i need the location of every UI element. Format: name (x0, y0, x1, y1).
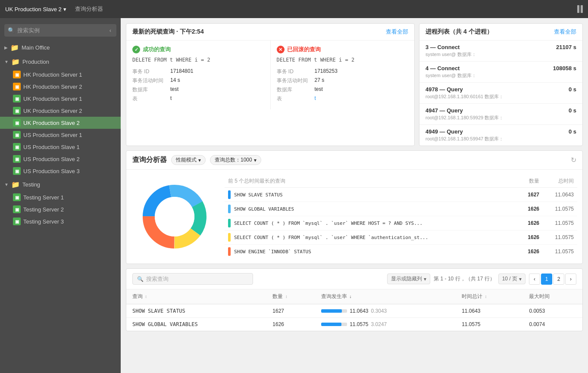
sidebar-item-us-slave3[interactable]: ▣ US Production Slave 3 (0, 165, 121, 177)
mode-badge[interactable]: 性能模式 ▾ (171, 155, 206, 165)
sidebar-item-us1[interactable]: ▣ US Production Server 1 (0, 129, 121, 141)
folder-icon: 📁 (11, 58, 20, 66)
per-page-selector[interactable]: 10 / 页 ▾ (498, 274, 525, 284)
group-label: Production (22, 59, 49, 65)
top-query-row: SELECT COUNT ( * ) FROM `mysql` . `user`… (225, 230, 577, 245)
pagination-controls: 显示或隐藏列 ▾ 第 1 - 10 行，（共 17 行） 10 / 页 ▾ ‹ … (387, 274, 576, 285)
item-label: Testing Server 3 (23, 218, 64, 225)
query-name: SELECT COUNT ( * ) FROM `mysql` . `user`… (234, 221, 505, 226)
sort-icon-active: ↓ (349, 294, 351, 299)
server-icon-green: ▣ (13, 107, 21, 115)
sidebar-item-uk2[interactable]: ▣ UK Production Server 2 (0, 105, 121, 117)
count-label: 查询总数：1000 (215, 156, 252, 164)
col-count[interactable]: 数量 ↕ (266, 289, 315, 304)
sidebar-item-hk2[interactable]: ▣ HK Production Server 2 (0, 81, 121, 93)
analyzer-header: 查询分析器 性能模式 ▾ 查询总数：1000 ▾ ↻ (126, 151, 582, 170)
deadlock-title: 最新的死锁查询 · 下午2:54 (132, 28, 204, 36)
query-maxtime: 0.0074 (523, 318, 582, 331)
sidebar-item-main-office[interactable]: ▶ 📁 Main Office (0, 41, 121, 54)
chevron-right-icon: ▶ (4, 45, 8, 50)
server-icon-green: ▣ (13, 95, 21, 103)
count-badge[interactable]: 查询总数：1000 ▾ (210, 155, 261, 165)
page-1-button[interactable]: 1 (541, 274, 552, 285)
server-selector[interactable]: UK Production Slave 2 ▾ (5, 6, 66, 12)
item-label: HK Production Server 1 (23, 71, 82, 78)
app-title: 查询分析器 (75, 5, 103, 13)
deadlock-card: 最新的死锁查询 · 下午2:54 查看全部 ✓ 成功的查询 DELETE FRO… (126, 23, 415, 146)
db-label: 数据库 (132, 86, 167, 93)
sidebar-group-production: ▼ 📁 Production ▣ HK Production Server 1 … (0, 55, 121, 177)
process-id: 3 — Connect (425, 44, 476, 50)
query-time: 11.0575 (539, 234, 574, 240)
query-time: 11.0575 (539, 206, 574, 212)
item-label: US Production Server 1 (23, 132, 82, 138)
pause-button[interactable] (577, 5, 583, 13)
query-text: SHOW GLOBAL VARIABLES (126, 318, 266, 331)
server-icon-green: ▣ (13, 131, 21, 139)
process-item: 4947 — Query root@192.168.1.180:59929 数据… (419, 104, 582, 125)
query-name: SHOW ENGINE `INNODB` STATUS (234, 249, 505, 255)
chevron-down-icon: ▼ (4, 182, 9, 187)
folder-icon: 📁 (10, 44, 19, 52)
sidebar-item-test3[interactable]: ▣ Testing Server 3 (0, 215, 121, 227)
show-cols-arrow: ▾ (424, 276, 426, 282)
sidebar-item-hk1[interactable]: ▣ HK Production Server 1 (0, 68, 121, 81)
ftable-value[interactable]: t (315, 95, 316, 103)
process-item: 4978 — Query root@192.168.1.180:60161 数据… (419, 83, 582, 104)
group-label: Testing (22, 181, 40, 188)
item-label: US Production Slave 3 (23, 168, 80, 174)
deadlock-view-all[interactable]: 查看全部 (386, 28, 408, 36)
ftx-id-value: 17185253 (315, 68, 338, 75)
sidebar-item-testing[interactable]: ▼ 📁 Testing (0, 178, 121, 191)
process-id: 4949 — Query (425, 128, 504, 135)
bar-dot (228, 247, 231, 256)
search-bar[interactable]: 🔍 ‹ (4, 24, 116, 37)
back-button[interactable]: ‹ (108, 26, 113, 34)
refresh-button[interactable]: ↻ (571, 156, 576, 164)
query-text: SHOW SLAVE STATUS (126, 304, 266, 318)
sidebar-item-us-slave1[interactable]: ▣ US Production Slave 1 (0, 141, 121, 153)
process-sub: system user@ 数据库： (425, 72, 476, 79)
process-view-all[interactable]: 查看全部 (554, 28, 576, 36)
ftx-id-label: 事务 ID (277, 68, 311, 75)
sidebar-item-uk-slave2[interactable]: ▣ UK Production Slave 2 (0, 117, 121, 129)
chevron-down-icon: ▼ (4, 59, 9, 64)
mode-label: 性能模式 (176, 156, 197, 164)
sidebar-item-test2[interactable]: ▣ Testing Server 2 (0, 203, 121, 215)
item-label: US Production Slave 2 (23, 156, 80, 162)
query-freq: 11.0575 3.0247 (315, 318, 456, 331)
sort-icon: ↕ (145, 294, 147, 299)
search-input[interactable] (17, 27, 105, 34)
sidebar-item-uk1[interactable]: ▣ UK Production Server 1 (0, 93, 121, 105)
query-search[interactable]: 🔍 (132, 273, 253, 285)
sidebar-item-test1[interactable]: ▣ Testing Server 1 (0, 191, 121, 203)
col-freq[interactable]: 查询发生率 ↓ (315, 289, 456, 304)
col-time: 总时间 (539, 177, 574, 185)
prev-page-button[interactable]: ‹ (529, 274, 540, 285)
page-2-button[interactable]: 2 (553, 274, 564, 285)
query-count: 1626 (505, 249, 539, 255)
col-time[interactable]: 时间总计 ↕ (456, 289, 523, 304)
page-navigation: ‹ 1 2 › (529, 274, 576, 285)
top-queries-table: 前 5 个总时间最长的查询 数量 总时间 SHOW SLAVE STATUS 1… (225, 175, 577, 258)
process-sub: root@192.168.1.180:59947 数据库： (425, 136, 504, 142)
tx-id-value: 17184801 (170, 68, 193, 75)
process-id: 4978 — Query (425, 86, 504, 93)
show-cols-label: 显示或隐藏列 (391, 275, 422, 283)
query-count: 1626 (266, 318, 315, 331)
per-page-label: 10 / 页 (502, 275, 517, 283)
col-maxtime[interactable]: 最大时间 (523, 289, 582, 304)
dropdown-arrow: ▾ (63, 6, 66, 12)
sidebar-item-us-slave2[interactable]: ▣ US Production Slave 2 (0, 153, 121, 165)
col-query[interactable]: 查询 ↕ (126, 289, 266, 304)
sort-icon: ↕ (485, 294, 487, 299)
server-icon-green: ▣ (13, 167, 21, 175)
query-name: SHOW SLAVE STATUS (234, 192, 505, 198)
show-columns-button[interactable]: 显示或隐藏列 ▾ (387, 274, 430, 284)
sidebar-item-production[interactable]: ▼ 📁 Production (0, 55, 121, 68)
query-search-input[interactable] (146, 276, 248, 282)
server-icon-orange: ▣ (13, 71, 21, 78)
fdb-label: 数据库 (277, 86, 311, 93)
next-page-button[interactable]: › (565, 274, 576, 285)
success-label: 成功的查询 (143, 46, 171, 53)
